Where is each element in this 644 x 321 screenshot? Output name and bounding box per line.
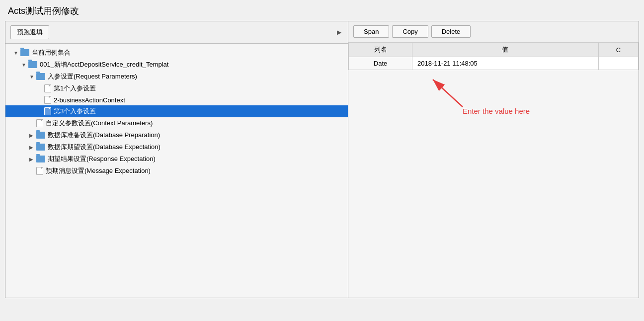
arrow-svg: [418, 72, 478, 112]
folder-icon: [36, 73, 45, 80]
folder-icon: [36, 144, 45, 151]
file-icon: [36, 167, 43, 175]
table-row: Date 2018-11-21 11:48:05: [349, 57, 639, 70]
folder-icon: [20, 49, 29, 56]
tree-item-label: 数据库期望设置(Database Expectation): [48, 143, 161, 152]
col-header-c: C: [598, 43, 638, 57]
cell-name: Date: [349, 57, 412, 70]
arrow-icon: ▶: [29, 157, 36, 162]
tree-item-param1[interactable]: 第1个入参设置: [5, 82, 348, 94]
span-button[interactable]: Span: [353, 25, 389, 38]
cell-c: [598, 57, 638, 70]
table-area: 列名 值 C Date 2018-11-21 11:48:05: [348, 42, 639, 298]
col-header-value: 值: [412, 43, 599, 57]
folder-icon: [28, 61, 37, 68]
arrow-icon: ▶: [29, 133, 36, 138]
tree-area: ▼ 当前用例集合 ▼ 001_新增AcctDepositService_cred…: [5, 44, 348, 298]
tree-item-label: 第1个入参设置: [54, 84, 96, 93]
prerun-button[interactable]: 预跑返填: [10, 25, 49, 39]
tree-item-db-expect[interactable]: ▶ 数据库期望设置(Database Expectation): [5, 141, 348, 153]
cell-value[interactable]: 2018-11-21 11:48:05: [412, 57, 599, 70]
tree-item-request-params[interactable]: ▼ 入参设置(Request Parameters): [5, 71, 348, 82]
tree-item-param2[interactable]: 2-businessActionContext: [5, 94, 348, 105]
arrow-icon: ▶: [29, 145, 36, 150]
arrow-icon: ▼: [13, 50, 20, 56]
tree-item-label: 2-businessActionContext: [54, 96, 125, 104]
col-header-name: 列名: [349, 43, 412, 57]
tree-item-label: 001_新增AcctDepositService_credit_Templat: [40, 60, 168, 69]
tree-item-param3[interactable]: 第3个入参设置: [5, 105, 348, 117]
tree-item-label: 当前用例集合: [32, 48, 71, 57]
tree-item-db-prep[interactable]: ▶ 数据库准备设置(Database Preparation): [5, 129, 348, 141]
svg-line-1: [433, 80, 463, 107]
app-title: Acts测试用例修改: [0, 0, 644, 21]
tree-item-label: 预期消息设置(Message Expectation): [46, 166, 151, 175]
annotation-container: Enter the value here: [418, 72, 478, 112]
tree-item-label: 自定义参数设置(Context Parameters): [46, 119, 153, 128]
file-icon: [44, 96, 51, 104]
arrow-icon: [29, 168, 36, 174]
file-icon: [44, 107, 51, 115]
arrow-icon: [29, 121, 36, 126]
tree-item-context-params[interactable]: 自定义参数设置(Context Parameters): [5, 117, 348, 129]
toolbar: 预跑返填 ▶: [5, 21, 348, 44]
tree-item-001[interactable]: ▼ 001_新增AcctDepositService_credit_Templa…: [5, 59, 348, 71]
folder-icon: [36, 156, 45, 162]
tree-item-root[interactable]: ▼ 当前用例集合: [5, 47, 348, 59]
tree-item-label: 入参设置(Request Parameters): [48, 72, 137, 81]
annotation-text: Enter the value here: [463, 107, 530, 115]
arrow-icon: ▼: [29, 74, 36, 80]
arrow-icon: [37, 86, 44, 91]
arrow-icon: ▼: [21, 62, 28, 68]
file-icon: [44, 84, 51, 92]
arrow-icon: [37, 109, 44, 114]
copy-button[interactable]: Copy: [392, 25, 428, 38]
collapse-arrow-icon[interactable]: ▶: [335, 28, 343, 36]
arrow-icon: [37, 97, 44, 103]
left-panel: 预跑返填 ▶ ▼ 当前用例集合 ▼ 001_新增AcctDepositServi…: [5, 21, 348, 298]
delete-button[interactable]: Delete: [431, 25, 471, 38]
tree-item-message-expect[interactable]: 预期消息设置(Message Expectation): [5, 165, 348, 177]
right-panel: Span Copy Delete 列名 值 C Date 2018-11-21 …: [348, 21, 639, 298]
tree-item-label: 期望结果设置(Response Expectation): [48, 155, 156, 163]
tree-item-label: 第3个入参设置: [54, 107, 96, 116]
tree-item-label: 数据库准备设置(Database Preparation): [48, 131, 160, 140]
tree-item-response-expect[interactable]: ▶ 期望结果设置(Response Expectation): [5, 153, 348, 165]
folder-icon: [36, 132, 45, 139]
right-toolbar: Span Copy Delete: [348, 21, 639, 42]
data-table: 列名 值 C Date 2018-11-21 11:48:05: [348, 42, 639, 70]
file-icon: [36, 119, 43, 127]
